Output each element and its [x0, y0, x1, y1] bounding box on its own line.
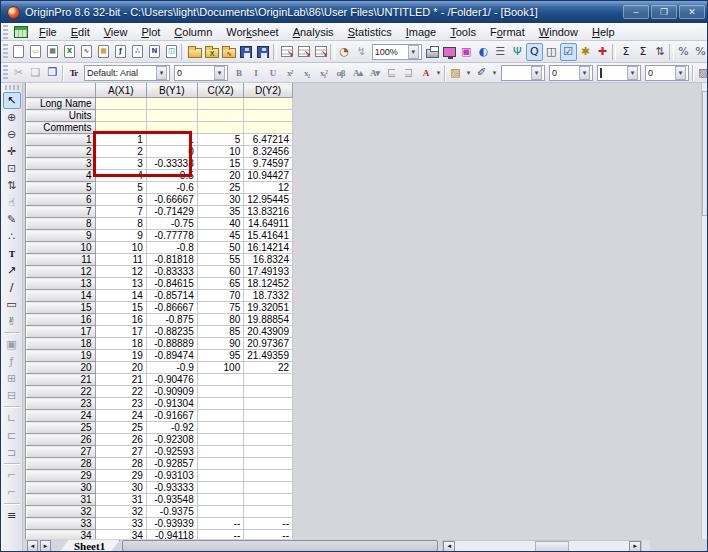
data-cell[interactable] — [197, 434, 244, 446]
greek-button[interactable]: αβ — [332, 64, 349, 82]
row-number[interactable]: 12 — [27, 266, 96, 278]
data-cell[interactable]: 1 — [146, 134, 197, 146]
new-function-button[interactable]: ƒ — [112, 43, 129, 61]
data-cell[interactable]: 60 — [197, 266, 244, 278]
data-cell[interactable]: 7 — [95, 206, 146, 218]
data-cell[interactable] — [197, 374, 244, 386]
data-cell[interactable]: 10.94427 — [244, 170, 293, 182]
data-cell[interactable]: -0.90476 — [146, 374, 197, 386]
label-cell[interactable] — [95, 110, 146, 122]
row-number[interactable]: 10 — [27, 242, 96, 254]
row-number[interactable]: 27 — [27, 446, 96, 458]
rectangle-tool[interactable]: ▭ — [3, 296, 21, 313]
data-cell[interactable]: 10 — [95, 242, 146, 254]
text-tool[interactable]: T — [3, 245, 21, 262]
border-width-combo[interactable]: 0▾ — [645, 65, 689, 81]
new-graph-button[interactable]: ∿ — [78, 43, 95, 61]
data-cell[interactable]: 26 — [95, 434, 146, 446]
data-cell[interactable] — [244, 434, 293, 446]
data-cell[interactable]: 20 — [95, 362, 146, 374]
data-cell[interactable]: -0.83333 — [146, 266, 197, 278]
data-cell[interactable]: 70 — [197, 290, 244, 302]
row-number[interactable]: 7 — [27, 206, 96, 218]
data-cell[interactable]: -0.88889 — [146, 338, 197, 350]
underline-button[interactable]: U — [264, 64, 281, 82]
open-sample-button[interactable]: ∿ — [221, 43, 238, 61]
column-header-b[interactable]: B(Y1) — [146, 84, 197, 98]
data-cell[interactable] — [197, 446, 244, 458]
new-layout-button[interactable]: ◫ — [163, 43, 180, 61]
data-cell[interactable]: -0.92 — [146, 422, 197, 434]
hscroll-left-arrow[interactable]: ◄ — [443, 541, 455, 552]
data-cell[interactable]: -0.71429 — [146, 206, 197, 218]
label-cell[interactable] — [244, 110, 293, 122]
menu-edit[interactable]: Edit — [64, 25, 97, 39]
data-cell[interactable]: -0.93939 — [146, 518, 197, 530]
data-cell[interactable]: -0.33333 — [146, 158, 197, 170]
data-cell[interactable] — [244, 386, 293, 398]
row-number[interactable]: 5 — [27, 182, 96, 194]
line-style-combo[interactable]: ▾ — [501, 65, 545, 81]
data-cell[interactable]: 12 — [244, 182, 293, 194]
data-cell[interactable] — [197, 470, 244, 482]
data-cell[interactable]: -0.89474 — [146, 350, 197, 362]
line-color-dropdown[interactable]: ▾ — [490, 65, 499, 81]
new-workbook-button[interactable]: ▦ — [44, 43, 61, 61]
data-cell[interactable] — [197, 494, 244, 506]
data-cell[interactable]: -0.93103 — [146, 470, 197, 482]
row-number[interactable]: 31 — [27, 494, 96, 506]
data-cell[interactable]: 19 — [95, 350, 146, 362]
data-cell[interactable]: -0.93333 — [146, 482, 197, 494]
data-cell[interactable]: -0.66667 — [146, 194, 197, 206]
data-cell[interactable]: -0.92308 — [146, 434, 197, 446]
italic-button[interactable]: I — [247, 64, 264, 82]
data-cell[interactable] — [244, 422, 293, 434]
data-cell[interactable]: 24 — [95, 410, 146, 422]
row-number[interactable]: 17 — [27, 326, 96, 338]
arrange-back-button[interactable]: ⊒ — [400, 64, 417, 82]
data-cell[interactable]: 16.8324 — [244, 254, 293, 266]
axis-top-frame-tool[interactable]: ⌐ — [3, 467, 21, 484]
label-cell[interactable] — [146, 98, 197, 110]
data-cell[interactable]: 20.97367 — [244, 338, 293, 350]
copy-button[interactable]: ❏ — [27, 64, 44, 82]
add-new-column-button[interactable]: ✚ — [594, 43, 611, 61]
data-cell[interactable]: -0.88235 — [146, 326, 197, 338]
data-cell[interactable] — [197, 386, 244, 398]
toolbar-grip[interactable] — [3, 65, 8, 81]
column-header-a[interactable]: A(X1) — [95, 84, 146, 98]
column-header-c[interactable]: C(X2) — [197, 84, 244, 98]
print-preview-button[interactable] — [441, 43, 458, 61]
font-combo-dropdown[interactable]: ▾ — [156, 66, 167, 80]
data-cell[interactable]: 22 — [244, 362, 293, 374]
data-cell[interactable] — [244, 494, 293, 506]
data-cell[interactable]: -0.93548 — [146, 494, 197, 506]
menu-column[interactable]: Column — [167, 25, 219, 39]
data-cell[interactable]: 85 — [197, 326, 244, 338]
row-number[interactable]: 6 — [27, 194, 96, 206]
data-cell[interactable]: 4 — [95, 170, 146, 182]
menu-statistics[interactable]: Statistics — [341, 25, 399, 39]
cluster-tool[interactable]: ∴ — [3, 228, 21, 245]
data-cell[interactable]: 40 — [197, 218, 244, 230]
data-cell[interactable]: 12 — [95, 266, 146, 278]
row-number[interactable]: 25 — [27, 422, 96, 434]
font-color-button[interactable]: A — [417, 64, 434, 82]
percentile-columns-button[interactable]: % — [692, 43, 708, 61]
font-size-combo-dropdown[interactable]: ▾ — [214, 66, 225, 80]
save-template-button[interactable] — [255, 43, 272, 61]
insert-excel-object-tool[interactable]: ⊟ — [3, 387, 21, 404]
data-cell[interactable]: 95 — [197, 350, 244, 362]
new-folder-button[interactable]: ▭ — [27, 43, 44, 61]
data-cell[interactable]: -0.91667 — [146, 410, 197, 422]
insert-word-object-tool[interactable]: ⊞ — [3, 370, 21, 387]
row-number[interactable]: 1 — [27, 134, 96, 146]
data-cell[interactable]: 32 — [95, 506, 146, 518]
axis-box-tool[interactable]: ⊐ — [3, 444, 21, 461]
data-cell[interactable]: 0 — [146, 146, 197, 158]
row-number[interactable]: 9 — [27, 230, 96, 242]
data-cell[interactable] — [244, 446, 293, 458]
new-excel-button[interactable]: X — [61, 43, 78, 61]
data-cell[interactable]: 15.41641 — [244, 230, 293, 242]
zoom-in-tool[interactable]: ⊕ — [3, 109, 21, 126]
